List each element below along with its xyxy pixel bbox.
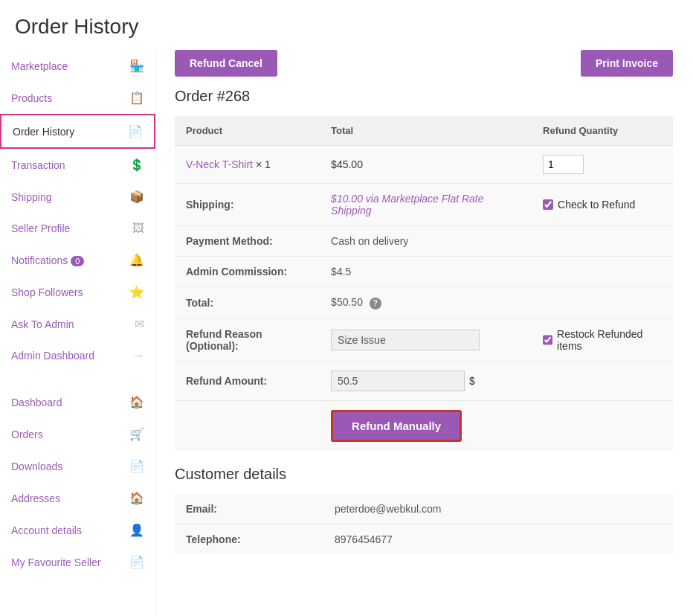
telephone-row: Telephone: 8976454677: [175, 524, 673, 554]
print-invoice-button[interactable]: Print Invoice: [581, 50, 673, 77]
sidebar-item-admin-dashboard[interactable]: Admin Dashboard→: [0, 340, 155, 371]
refund-cancel-button[interactable]: Refund Cancel: [175, 50, 277, 77]
product-cell: V-Neck T-Shirt × 1: [175, 146, 320, 184]
sidebar-item-label-products: Products: [11, 92, 129, 104]
total-info-icon[interactable]: ?: [370, 298, 381, 309]
check-to-refund-text: Check to Refund: [558, 199, 635, 211]
sidebar-icon-marketplace: 🏪: [129, 59, 144, 73]
toolbar: Refund Cancel Print Invoice: [175, 50, 673, 77]
sidebar-group-2: Dashboard🏠Orders🛒Downloads📄Addresses🏠Acc…: [0, 386, 155, 578]
sidebar-item-my-favourite-seller[interactable]: My Favourite Seller📄: [0, 546, 155, 578]
sidebar-item-label-my-favourite-seller: My Favourite Seller: [11, 556, 129, 568]
sidebar-icon-order-history: 📄: [128, 124, 143, 138]
sidebar-group-1: Marketplace🏪Products📋Order History📄Trans…: [0, 50, 155, 371]
sidebar-item-label-notifications: Notifications0: [11, 254, 129, 266]
sidebar-badge-notifications: 0: [71, 256, 84, 266]
check-to-refund-checkbox[interactable]: [543, 199, 553, 210]
restock-text: Restock Refunded items: [557, 328, 662, 352]
sidebar-item-dashboard[interactable]: Dashboard🏠: [0, 386, 155, 418]
sidebar-icon-ask-to-admin: ✉: [135, 317, 144, 331]
telephone-label: Telephone:: [175, 524, 323, 554]
sidebar-item-label-addresses: Addresses: [11, 493, 129, 504]
payment-method-row: Payment Method: Cash on delivery: [175, 226, 673, 257]
admin-commission-label: Admin Commission:: [175, 257, 320, 287]
product-link[interactable]: V-Neck T-Shirt: [186, 158, 253, 170]
refund-qty-input[interactable]: [543, 155, 584, 174]
refund-amount-cell: $: [320, 361, 532, 400]
shipping-label: Shipping:: [175, 184, 320, 226]
col-refund-qty: Refund Quantity: [532, 116, 673, 146]
telephone-value: 8976454677: [323, 524, 673, 554]
refund-amount-input[interactable]: [331, 370, 465, 391]
sidebar-icon-products: 📋: [129, 91, 144, 105]
product-total: $45.00: [320, 146, 532, 184]
refund-qty-cell: [532, 146, 673, 184]
payment-method-extra: [532, 226, 673, 257]
sidebar-item-shipping[interactable]: Shipping📦: [0, 181, 155, 213]
sidebar-item-products[interactable]: Products📋: [0, 82, 155, 114]
sidebar-item-seller-profile[interactable]: Seller Profile🖼: [0, 213, 155, 244]
sidebar-item-notifications[interactable]: Notifications0🔔: [0, 244, 155, 276]
refund-reason-input[interactable]: [331, 330, 480, 350]
product-qty: × 1: [256, 158, 271, 170]
total-value-cell: $50.50 ?: [320, 287, 532, 319]
sidebar-item-label-dashboard: Dashboard: [11, 397, 129, 408]
refund-amount-extra: [532, 361, 673, 400]
sidebar-icon-account-details: 👤: [129, 523, 144, 537]
refund-manually-spacer: [175, 400, 320, 451]
check-to-refund-label[interactable]: Check to Refund: [543, 199, 662, 211]
restock-checkbox[interactable]: [543, 335, 552, 345]
check-to-refund-cell: Check to Refund: [532, 184, 673, 226]
sidebar-divider: [0, 371, 155, 386]
sidebar-item-label-seller-profile: Seller Profile: [11, 222, 132, 234]
refund-currency: $: [469, 375, 475, 387]
customer-title: Customer details: [175, 466, 673, 483]
main-content: Refund Cancel Print Invoice Order #268 P…: [156, 50, 692, 616]
sidebar-item-account-details[interactable]: Account details👤: [0, 514, 155, 546]
refund-manually-button[interactable]: Refund Manually: [331, 410, 462, 442]
col-product: Product: [175, 116, 320, 146]
refund-amount-wrap: $: [331, 370, 520, 391]
sidebar-icon-my-favourite-seller: 📄: [129, 555, 144, 569]
payment-method-label: Payment Method:: [175, 226, 320, 257]
sidebar-item-label-shipping: Shipping: [11, 191, 129, 203]
restock-label[interactable]: Restock Refunded items: [543, 328, 662, 352]
sidebar-item-label-admin-dashboard: Admin Dashboard: [11, 350, 132, 362]
sidebar-icon-seller-profile: 🖼: [132, 222, 144, 235]
refund-amount-row: Refund Amount: $: [175, 361, 673, 400]
sidebar-item-transaction[interactable]: Transaction💲: [0, 149, 155, 181]
product-row: V-Neck T-Shirt × 1 $45.00: [175, 146, 673, 184]
sidebar-item-label-transaction: Transaction: [11, 159, 129, 171]
sidebar-item-shop-followers[interactable]: Shop Followers⭐: [0, 276, 155, 308]
refund-amount-label: Refund Amount:: [175, 361, 320, 400]
shipping-row: Shipping: $10.00 via Marketplace Flat Ra…: [175, 184, 673, 226]
sidebar-icon-shipping: 📦: [129, 190, 144, 204]
page-title: Order History: [0, 0, 693, 50]
sidebar-item-order-history[interactable]: Order History📄: [0, 114, 155, 149]
customer-table: Email: peterdoe@webkul.com Telephone: 89…: [175, 494, 673, 554]
refund-reason-row: Refund Reason (Optional): Restock Refund…: [175, 318, 673, 361]
sidebar-item-orders[interactable]: Orders🛒: [0, 418, 155, 450]
sidebar-item-label-order-history: Order History: [13, 126, 128, 138]
refund-manually-cell: Refund Manually: [320, 400, 532, 451]
email-value: peterdoe@webkul.com: [323, 494, 673, 524]
sidebar-icon-dashboard: 🏠: [129, 395, 144, 409]
sidebar-item-downloads[interactable]: Downloads📄: [0, 450, 155, 482]
sidebar-item-marketplace[interactable]: Marketplace🏪: [0, 50, 155, 82]
sidebar-icon-notifications: 🔔: [129, 253, 144, 267]
total-label: Total:: [175, 287, 320, 319]
admin-commission-row: Admin Commission: $4.5: [175, 257, 673, 287]
total-value: $50.50: [331, 296, 363, 308]
sidebar-item-label-shop-followers: Shop Followers: [11, 286, 129, 298]
refund-reason-cell: [320, 318, 532, 361]
refund-manually-row: Refund Manually: [175, 400, 673, 451]
refund-manually-extra: [532, 400, 673, 451]
main-layout: Marketplace🏪Products📋Order History📄Trans…: [0, 50, 693, 616]
sidebar-item-addresses[interactable]: Addresses🏠: [0, 482, 155, 514]
payment-method-value: Cash on delivery: [320, 226, 532, 257]
sidebar-item-ask-to-admin[interactable]: Ask To Admin✉: [0, 308, 155, 340]
admin-commission-extra: [532, 257, 673, 287]
page-wrapper: Order History Marketplace🏪Products📋Order…: [0, 0, 693, 616]
col-total: Total: [320, 116, 532, 146]
order-title: Order #268: [175, 88, 673, 105]
